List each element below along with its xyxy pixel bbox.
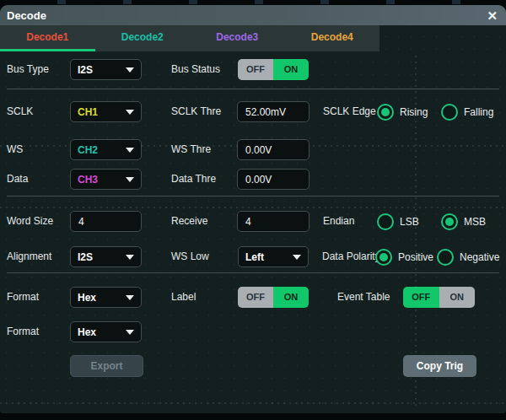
chevron-down-icon (126, 330, 134, 335)
ws-low-dropdown[interactable]: Left (238, 246, 309, 267)
tab-decode2[interactable]: Decode2 (95, 25, 191, 51)
divider (7, 89, 499, 89)
endian-lsb-radio[interactable]: LSB (377, 211, 419, 232)
radio-icon (377, 104, 394, 121)
bus-status-label: Bus Status (171, 59, 220, 80)
label-toggle[interactable]: OFF ON (238, 287, 309, 308)
chevron-down-icon (126, 110, 134, 115)
chevron-down-icon (126, 67, 134, 73)
tab-decode3[interactable]: Decode3 (190, 25, 285, 51)
receive-label: Receive (171, 211, 207, 232)
sclk-thre-label: SCLK Thre (171, 101, 221, 122)
word-size-value: 4 (78, 216, 84, 228)
format2-label: Format (7, 321, 39, 342)
bus-type-label: Bus Type (7, 59, 49, 80)
divider (7, 272, 499, 273)
label-off[interactable]: OFF (238, 287, 273, 308)
sclk-edge-label: SCLK Edge (323, 101, 376, 122)
format2-value: Hex (78, 326, 96, 338)
ws-low-label: WS Low (171, 246, 209, 267)
format2-dropdown[interactable]: Hex (70, 321, 142, 342)
sclk-label: SCLK (7, 101, 33, 122)
bus-status-toggle[interactable]: OFF ON (238, 59, 309, 80)
chevron-down-icon (126, 148, 134, 153)
ws-thre-value: 0.00V (245, 144, 272, 156)
radio-icon (441, 104, 458, 121)
divider (7, 196, 499, 197)
event-table-off[interactable]: OFF (403, 287, 439, 308)
bus-status-on[interactable]: ON (273, 59, 309, 80)
export-button[interactable]: Export (70, 355, 143, 377)
dialog-titlebar: Decode ✕ (0, 5, 506, 25)
word-size-input[interactable]: 4 (70, 211, 142, 232)
data-label: Data (7, 169, 28, 190)
data-dropdown[interactable]: CH3 (70, 169, 142, 190)
radio-label: Falling (464, 106, 493, 118)
event-table-on[interactable]: ON (439, 287, 476, 308)
ws-thre-input[interactable]: 0.00V (237, 139, 310, 160)
ws-thre-label: WS Thre (171, 139, 211, 160)
label-on[interactable]: ON (273, 287, 309, 308)
chevron-down-icon (126, 177, 134, 182)
endian-msb-radio[interactable]: MSB (441, 211, 486, 232)
ws-label: WS (7, 139, 23, 160)
receive-value: 4 (245, 216, 251, 228)
data-polarity-positive-radio[interactable]: Positive (375, 246, 433, 267)
radio-icon (441, 213, 458, 230)
ws-dropdown[interactable]: CH2 (70, 139, 142, 160)
format-dropdown[interactable]: Hex (70, 287, 142, 308)
decode-tab-bar: Decode1 Decode2 Decode3 Decode4 (0, 25, 380, 51)
chevron-down-icon (126, 295, 134, 300)
scope-background-ticks (0, 0, 506, 4)
radio-icon (437, 249, 454, 266)
graticule-dots-h2 (0, 207, 506, 208)
word-size-label: Word Size (7, 211, 53, 232)
decode-dialog: Decode ✕ Decode1 Decode2 Decode3 Decode4… (0, 5, 506, 413)
format-value: Hex (78, 292, 96, 304)
event-table-label: Event Table (337, 287, 390, 308)
tab-decode4[interactable]: Decode4 (285, 25, 380, 51)
sclk-thre-input[interactable]: 52.00mV (237, 101, 310, 122)
copy-trig-button[interactable]: Copy Trig (403, 355, 476, 377)
chevron-down-icon (126, 255, 134, 260)
data-thre-label: Data Thre (171, 169, 216, 190)
endian-label: Endian (323, 211, 354, 232)
radio-label: Negative (460, 251, 499, 263)
sclk-thre-value: 52.00mV (245, 106, 286, 118)
alignment-label: Alignment (7, 246, 51, 267)
dialog-title: Decode (7, 9, 46, 22)
sclk-dropdown[interactable]: CH1 (70, 101, 142, 122)
radio-icon (377, 213, 394, 230)
radio-label: MSB (464, 216, 486, 228)
bus-type-dropdown[interactable]: I2S (70, 59, 142, 80)
label-toggle-label: Label (171, 287, 196, 308)
event-table-toggle[interactable]: OFF ON (403, 287, 475, 308)
ws-value: CH2 (78, 144, 98, 156)
chevron-down-icon (293, 255, 301, 260)
radio-label: Positive (398, 251, 433, 263)
data-value: CH3 (78, 174, 98, 186)
radio-icon (375, 249, 392, 266)
sclk-edge-falling-radio[interactable]: Falling (441, 101, 493, 122)
bus-status-off[interactable]: OFF (238, 59, 273, 80)
graticule-dots-h3 (0, 402, 506, 404)
data-thre-input[interactable]: 0.00V (237, 169, 310, 190)
data-thre-value: 0.00V (245, 174, 272, 186)
ws-low-value: Left (245, 251, 264, 263)
radio-label: Rising (400, 106, 428, 118)
alignment-dropdown[interactable]: I2S (70, 246, 142, 267)
sclk-edge-rising-radio[interactable]: Rising (377, 101, 428, 122)
data-polarity-negative-radio[interactable]: Negative (437, 246, 499, 267)
bus-type-value: I2S (78, 64, 93, 76)
tab-decode1[interactable]: Decode1 (0, 25, 95, 51)
format-label: Format (7, 287, 39, 308)
receive-input[interactable]: 4 (237, 211, 310, 232)
close-icon[interactable]: ✕ (487, 9, 498, 22)
radio-label: LSB (400, 216, 419, 228)
sclk-value: CH1 (78, 106, 98, 118)
data-polarity-label: Data Polarity (322, 246, 380, 267)
alignment-value: I2S (78, 251, 93, 263)
